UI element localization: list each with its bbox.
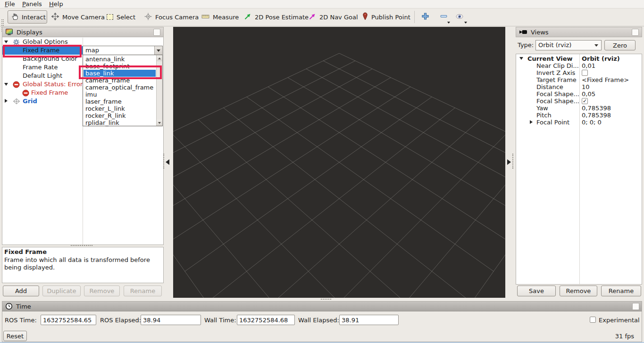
frame-option-camera-frame[interactable]: camera_frame <box>84 77 156 84</box>
frame-option-imu[interactable]: imu <box>84 91 156 98</box>
focus-camera-label: Focus Camera <box>155 14 199 21</box>
pitch-value[interactable]: 0,785398 <box>582 112 611 119</box>
publish-point-tool-button[interactable]: Publish Point <box>360 10 413 24</box>
remove-tool-dropdown-caret[interactable] <box>447 22 450 24</box>
displays-row-global-options[interactable]: Global Options <box>23 38 68 46</box>
experimental-checkbox[interactable] <box>590 317 596 323</box>
ros-elapsed-label: ROS Elapsed: <box>100 315 141 326</box>
displays-row-fixed-frame[interactable]: Fixed Frame <box>23 46 59 55</box>
target-frame-value[interactable]: <Fixed Frame> <box>582 76 629 83</box>
focus-camera-tool-button[interactable]: Focus Camera <box>142 10 201 24</box>
views-row-current-view[interactable]: Current View <box>527 55 573 62</box>
render-viewport[interactable] <box>173 27 505 298</box>
frame-option-camera-optical-frame[interactable]: camera_optical_frame <box>84 84 156 91</box>
ros-elapsed-input[interactable] <box>141 315 201 325</box>
scroll-down-arrow[interactable] <box>157 120 162 126</box>
pose-estimate-tool-button[interactable]: 2D Pose Estimate <box>241 10 311 24</box>
views-row-focal-shape-fixed[interactable]: Focal Shape... <box>536 98 579 105</box>
focal-point-value[interactable]: 0; 0; 0 <box>582 119 602 126</box>
displays-panel-title: Displays <box>17 29 42 36</box>
fixed-frame-combobox[interactable]: map <box>83 46 163 55</box>
displays-row-default-light[interactable]: Default Light <box>23 72 62 80</box>
frame-option-rocker-r-link[interactable]: rocker_R_link <box>84 112 156 119</box>
views-row-pitch[interactable]: Pitch <box>536 112 552 119</box>
move-arrows-icon <box>51 13 59 22</box>
rename-view-button[interactable]: Rename <box>601 286 641 296</box>
focal-shape-fixed-checkbox[interactable] <box>582 98 588 104</box>
tool-visibility-dropdown-caret[interactable] <box>464 22 467 24</box>
displays-row-grid[interactable]: Grid <box>23 97 37 106</box>
frame-option-rocker-l-link[interactable]: rocker_L_link <box>84 105 156 112</box>
save-view-button[interactable]: Save <box>517 286 556 296</box>
ros-time-input[interactable] <box>41 315 96 325</box>
rename-display-button: Rename <box>124 286 162 296</box>
collapse-left-panel-icon[interactable] <box>166 159 169 165</box>
fixed-frame-combo-value: map <box>83 46 154 55</box>
reset-button[interactable]: Reset <box>3 331 27 341</box>
focal-shape-size-value[interactable]: 0,05 <box>582 90 595 98</box>
near-clip-value[interactable]: 0,01 <box>582 62 595 69</box>
zero-button[interactable]: Zero <box>604 40 636 50</box>
wall-time-input[interactable] <box>237 315 295 325</box>
frame-option-rplidar-link[interactable]: rplidar_link <box>84 119 156 126</box>
invert-z-checkbox[interactable] <box>582 70 588 76</box>
views-row-distance[interactable]: Distance <box>536 83 563 90</box>
displays-splitter-handle[interactable] <box>71 245 92 246</box>
menu-file[interactable]: File <box>4 0 16 8</box>
displays-detach-button[interactable] <box>153 29 160 36</box>
frame-option-antenna-link[interactable]: antenna_link <box>84 56 156 63</box>
combo-dropdown-arrow[interactable] <box>154 46 162 55</box>
collapse-right-panel-icon[interactable] <box>507 159 511 165</box>
add-tool-button[interactable] <box>419 11 431 23</box>
remove-tool-button[interactable] <box>437 11 450 23</box>
views-row-near-clip[interactable]: Near Clip Di... <box>536 62 579 69</box>
right-splitter-dots[interactable] <box>512 154 513 169</box>
add-display-button[interactable]: Add <box>3 286 39 296</box>
views-panel-titlebar: Views <box>516 27 642 37</box>
focal-point-expander[interactable] <box>530 120 533 124</box>
displays-row-global-status[interactable]: Global Status: Error <box>23 80 83 89</box>
view-type-combobox[interactable]: Orbit (rviz) <box>535 40 602 50</box>
interact-tool-button[interactable]: Interact <box>8 10 47 24</box>
time-detach-button[interactable] <box>632 303 639 310</box>
left-splitter-dots[interactable] <box>163 154 164 169</box>
grid-expander[interactable] <box>5 99 8 103</box>
menu-panels[interactable]: Panels <box>21 0 43 8</box>
displays-row-background-color[interactable]: Background Color <box>23 55 77 63</box>
frame-option-base-footprint[interactable]: base_footprint <box>84 63 156 70</box>
frame-option-base-link[interactable]: base_link <box>84 70 156 77</box>
time-panel: Time ROS Time: ROS Elapsed: Wall Time: W… <box>2 301 642 342</box>
views-row-yaw[interactable]: Yaw <box>536 105 548 112</box>
displays-row-frame-rate[interactable]: Frame Rate <box>23 63 58 72</box>
views-row-focal-shape-size[interactable]: Focal Shape... <box>536 90 579 98</box>
displays-row-fixed-frame-error[interactable]: Fixed Frame <box>31 89 68 97</box>
views-row-target-frame[interactable]: Target Frame <box>536 76 577 83</box>
select-tool-button[interactable]: Select <box>104 10 138 24</box>
views-row-invert-z[interactable]: Invert Z Axis <box>536 69 575 76</box>
ros-time-label: ROS Time: <box>5 315 37 326</box>
current-view-value: Orbit (rviz) <box>582 55 620 62</box>
global-status-expander[interactable] <box>4 83 8 86</box>
dropdown-scrollbar[interactable] <box>156 55 162 126</box>
views-detach-button[interactable] <box>632 29 639 36</box>
scroll-up-arrow[interactable] <box>157 55 162 61</box>
plus-icon <box>421 12 429 22</box>
views-panel-title: Views <box>531 29 549 36</box>
menu-help[interactable]: Help <box>48 0 64 8</box>
distance-value[interactable]: 10 <box>582 83 590 90</box>
frame-option-laser-frame[interactable]: laser_frame <box>84 98 156 105</box>
measure-tool-button[interactable]: Measure <box>199 10 242 24</box>
move-camera-tool-button[interactable]: Move Camera <box>49 10 108 24</box>
tool-visibility-button[interactable] <box>452 11 467 23</box>
time-panel-titlebar: Time <box>2 302 642 311</box>
wall-elapsed-input[interactable] <box>339 315 399 325</box>
nav-goal-tool-button[interactable]: 2D Nav Goal <box>306 10 361 24</box>
yaw-value[interactable]: 0,785398 <box>582 105 611 112</box>
current-view-expander[interactable] <box>519 57 523 60</box>
bottom-splitter-handle[interactable] <box>321 299 331 300</box>
global-options-expander[interactable] <box>4 41 8 43</box>
property-help-panel: Fixed Frame Frame into which all data is… <box>2 247 164 283</box>
views-column-divider[interactable] <box>579 54 580 284</box>
views-row-focal-point[interactable]: Focal Point <box>536 119 569 126</box>
remove-view-button[interactable]: Remove <box>560 286 597 296</box>
